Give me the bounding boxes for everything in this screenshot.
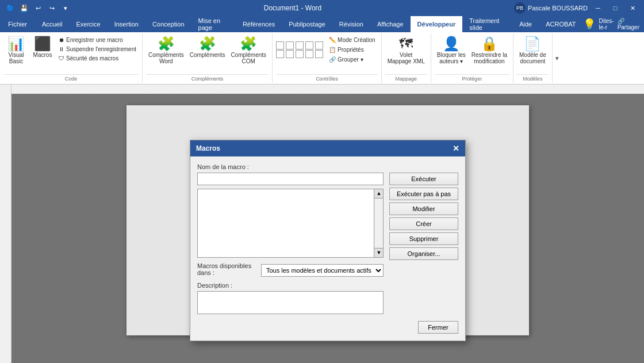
modeles-group-items: 📄 Modèle dedocument <box>517 35 549 73</box>
description-box[interactable] <box>197 291 384 314</box>
controles-group-items: ✏️ Mode Création 📋 Propriétés 🔗 Grouper … <box>276 35 378 73</box>
executer-pas-btn[interactable]: Exécuter pas à pas <box>389 188 458 200</box>
volet-mappage-btn[interactable]: 🗺 VoletMappage XML <box>385 36 427 66</box>
grouper-label: Grouper ▾ <box>338 56 363 63</box>
redo-qat-btn[interactable]: ↪ <box>46 2 57 14</box>
complements-group-label: Compléments <box>146 74 269 83</box>
tab-mise-en-page[interactable]: Mise en page <box>191 16 236 32</box>
close-btn[interactable]: ✕ <box>626 3 639 13</box>
ctrl-item-9[interactable] <box>305 50 313 58</box>
tab-fichier[interactable]: Fichier <box>0 16 35 32</box>
tab-conception[interactable]: Conception <box>145 16 191 32</box>
complements-group-items: 🧩 ComplémentsWord 🧩 Compléments 🧩 Complé… <box>146 35 269 73</box>
ctrl-item-6[interactable] <box>276 50 284 58</box>
tab-traitement-slide[interactable]: Traitement slide <box>462 16 512 32</box>
modele-document-label: Modèle dedocument <box>519 52 546 64</box>
complements-word-btn[interactable]: 🧩 ComplémentsWord <box>146 36 186 66</box>
pause-icon: ⏸ <box>59 46 64 52</box>
ribbon-group-complements: 🧩 ComplémentsWord 🧩 Compléments 🧩 Complé… <box>143 33 273 83</box>
complements-btn[interactable]: 🧩 Compléments <box>187 36 228 59</box>
securite-btn[interactable]: 🛡 Sécurité des macros <box>56 54 139 63</box>
organiser-btn[interactable]: Organiser... <box>389 247 458 260</box>
nom-input[interactable] <box>197 173 384 185</box>
complements-word-label: ComplémentsWord <box>148 52 184 64</box>
grouper-btn[interactable]: 🔗 Grouper ▾ <box>327 55 378 64</box>
grouper-icon: 🔗 <box>329 56 336 63</box>
tab-affichage[interactable]: Affichage <box>370 16 411 32</box>
tab-exercice[interactable]: Exercice <box>69 16 107 32</box>
complements-com-label: ComplémentsCOM <box>231 52 266 64</box>
qat-dropdown[interactable]: ▾ <box>60 2 71 14</box>
tab-accueil[interactable]: Accueil <box>35 16 69 32</box>
ctrl-item-5[interactable] <box>315 41 323 49</box>
tab-publipostage[interactable]: Publipostage <box>282 16 332 32</box>
complements-com-icon: 🧩 <box>240 37 257 51</box>
user-name: Pascale BOUSSARD <box>528 5 588 12</box>
modal-overlay: Macros ✕ Nom de la macro : ▲ <box>12 94 644 363</box>
suspendre-label: Suspendre l'enregistrement <box>66 46 136 52</box>
ctrl-item-1[interactable] <box>276 41 284 49</box>
tab-developpeur[interactable]: Développeur <box>411 16 463 32</box>
restreindre-btn[interactable]: 🔒 Restreindre lamodification <box>469 36 509 66</box>
modifier-btn[interactable]: Modifier <box>389 202 458 215</box>
mode-creation-btn[interactable]: ✏️ Mode Création <box>327 36 378 44</box>
lightbulb-icon[interactable]: 💡 <box>583 18 596 30</box>
executer-btn[interactable]: Exécuter <box>389 173 458 185</box>
ctrl-item-3[interactable] <box>296 41 304 49</box>
ribbon-content: 📊 VisualBasic ⬛ Macros ⏺ Enregistrer une… <box>0 32 644 84</box>
ribbon-group-controles: ✏️ Mode Création 📋 Propriétés 🔗 Grouper … <box>273 33 382 83</box>
suspendre-btn[interactable]: ⏸ Suspendre l'enregistrement <box>56 45 139 54</box>
ctrl-item-10[interactable] <box>315 50 323 58</box>
minimize-btn[interactable]: ─ <box>591 3 605 13</box>
dites-le-r[interactable]: Dites-le-r <box>599 18 614 30</box>
tab-references[interactable]: Références <box>236 16 282 32</box>
modal-footer: Fermer <box>197 319 458 334</box>
enregistrer-macro-btn[interactable]: ⏺ Enregistrer une macro <box>56 36 139 44</box>
undo-qat-btn[interactable]: ↩ <box>32 2 44 14</box>
ribbon-scroll-arrow[interactable]: ▼ <box>553 33 562 83</box>
complements-label: Compléments <box>190 52 225 58</box>
partager-btn[interactable]: 🔗 Partager <box>618 18 639 30</box>
proprietes-btn[interactable]: 📋 Propriétés <box>327 45 378 54</box>
visual-basic-icon: 📊 <box>7 37 25 51</box>
complements-com-btn[interactable]: 🧩 ComplémentsCOM <box>228 36 269 66</box>
macros-btn[interactable]: ⬛ Macros <box>30 36 55 59</box>
title-bar-left: 🔵 💾 ↩ ↪ ▾ <box>5 2 71 14</box>
creer-btn[interactable]: Créer <box>389 217 458 230</box>
restreindre-label: Restreindre lamodification <box>471 52 507 64</box>
mode-creation-icon: ✏️ <box>329 37 336 43</box>
tab-acrobat[interactable]: ACROBAT <box>539 16 582 32</box>
ribbon-group-code: 📊 VisualBasic ⬛ Macros ⏺ Enregistrer une… <box>0 33 143 83</box>
ctrl-item-8[interactable] <box>296 50 304 58</box>
save-qat-btn[interactable]: 💾 <box>18 2 30 14</box>
tab-insertion[interactable]: Insertion <box>108 16 145 32</box>
ruler-corner <box>0 85 12 94</box>
modal-left-col: ▲ ▼ Macros disponibles dans : Tous les m… <box>197 173 384 319</box>
fermer-btn[interactable]: Fermer <box>418 321 458 334</box>
supprimer-btn[interactable]: Supprimer <box>389 232 458 245</box>
tab-revision[interactable]: Révision <box>332 16 370 32</box>
ctrl-item-2[interactable] <box>286 41 294 49</box>
modele-document-btn[interactable]: 📄 Modèle dedocument <box>517 36 549 66</box>
tab-aide[interactable]: Aide <box>512 16 539 32</box>
ribbon-group-proteger: 👤 Bloquer lesauteurs ▾ 🔒 Restreindre lam… <box>431 33 513 83</box>
modal-close-btn[interactable]: ✕ <box>453 144 459 153</box>
maximize-btn[interactable]: □ <box>608 3 622 13</box>
visual-basic-btn[interactable]: 📊 VisualBasic <box>3 36 29 66</box>
modal-title-bar: Macros ✕ <box>190 140 465 156</box>
ruler-vertical <box>0 94 12 363</box>
code-group-items: 📊 VisualBasic ⬛ Macros ⏺ Enregistrer une… <box>3 35 139 73</box>
macro-list-box[interactable]: ▲ ▼ <box>197 189 384 258</box>
ctrl-item-7[interactable] <box>286 50 294 58</box>
securite-icon: 🛡 <box>59 55 64 62</box>
macros-dispo-select[interactable]: Tous les modèles et documents actifs <box>261 264 384 277</box>
macros-dispo-row: Macros disponibles dans : Tous les modèl… <box>197 262 384 278</box>
modal-main-row: ▲ ▼ Macros disponibles dans : Tous les m… <box>197 173 458 319</box>
ctrl-item-4[interactable] <box>305 41 313 49</box>
nom-label: Nom de la macro : <box>197 163 458 170</box>
bloquer-auteurs-btn[interactable]: 👤 Bloquer lesauteurs ▾ <box>435 36 468 66</box>
record-icon: ⏺ <box>59 37 64 43</box>
user-area: PB Pascale BOUSSARD <box>514 2 588 14</box>
code-group-label: Code <box>3 74 139 83</box>
list-scrollbar[interactable]: ▲ ▼ <box>374 189 383 257</box>
